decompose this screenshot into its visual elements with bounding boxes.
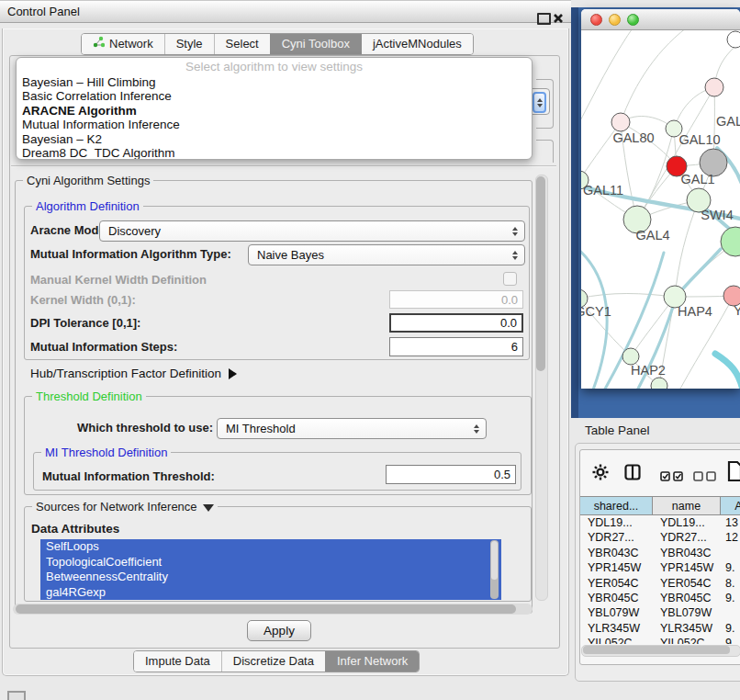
tab-style[interactable]: Style (164, 34, 214, 54)
table-cell[interactable]: YDR27... (653, 530, 721, 545)
tab-network[interactable]: Network (82, 34, 164, 54)
table-cell[interactable]: YBR045C (580, 591, 653, 605)
column-header-a[interactable]: A (721, 496, 740, 515)
network-window-titlebar[interactable] (581, 9, 740, 30)
float-window-icon[interactable] (537, 13, 551, 25)
table-cell[interactable]: YIL052C (580, 636, 653, 644)
network-node[interactable] (705, 78, 723, 96)
table-cell[interactable]: YBL079W (653, 605, 721, 620)
settings-hscrollbar-thumb[interactable] (16, 604, 516, 614)
table-cell[interactable]: YDL19... (580, 515, 653, 530)
tab-label: Network (109, 34, 153, 54)
data-attributes-list[interactable]: SelfLoopsTopologicalCoefficientBetweenne… (40, 539, 501, 600)
attributes-scrollbar-thumb[interactable] (491, 541, 498, 580)
table-cell[interactable]: YPR145W (653, 560, 721, 575)
aracne-mode-select[interactable]: Discovery (99, 220, 525, 242)
table-cell[interactable]: 12 (721, 530, 740, 545)
table-cell[interactable]: YLR345W (580, 621, 653, 636)
which-threshold-select[interactable]: MI Threshold (217, 418, 487, 439)
attribute-item-betweennesscentrality[interactable]: BetweennessCentrality (40, 570, 501, 585)
attribute-item-selfloops[interactable]: SelfLoops (40, 539, 501, 555)
table-row[interactable]: YBR045CYBR045C9. (580, 591, 740, 605)
split-columns-icon[interactable] (624, 464, 641, 484)
tab-label: jActiveMNodules (373, 34, 462, 54)
table-cell[interactable]: 9 (721, 636, 740, 644)
network-canvas[interactable]: GALGAL80GAL10GAL1GAL11SWI4GAL4GCY1HAP4YH… (581, 30, 740, 389)
algorithm-option-dream8-dc-tdc-algorithm[interactable]: Dream8 DC_TDC Algorithm (17, 146, 532, 160)
table-cell[interactable]: YDL19... (653, 515, 721, 530)
table-cell[interactable]: 9. (721, 591, 740, 605)
table-row[interactable]: YDR27...YDR27...12 (580, 530, 740, 545)
table-cell[interactable]: 13 (721, 515, 740, 530)
kernel-width-input[interactable] (389, 290, 523, 309)
algorithm-option-aracne-algorithm[interactable]: ARACNE Algorithm (17, 104, 532, 118)
zoom-traffic-light-icon[interactable] (627, 14, 639, 26)
mi-type-value: Naive Bayes (249, 248, 508, 262)
dock-window-icon[interactable] (7, 691, 26, 700)
dpi-tolerance-input[interactable] (389, 313, 523, 333)
network-icon (93, 34, 105, 54)
sources-group-title[interactable]: Sources for Network Inference (32, 500, 218, 514)
table-row[interactable]: YDL19...YDL19...13 (580, 515, 740, 530)
column-header-shared[interactable]: shared... (580, 496, 653, 515)
algorithm-option-basic-correlation-inference[interactable]: Basic Correlation Inference (17, 89, 532, 103)
minimize-traffic-light-icon[interactable] (609, 14, 621, 26)
tab-discretize-data[interactable]: Discretize Data (221, 651, 325, 672)
checked-checkboxes-icon[interactable] (660, 469, 684, 485)
tab-cyni-toolbox[interactable]: Cyni Toolbox (270, 34, 361, 54)
attribute-item-gal4rgexp[interactable]: gal4RGexp (40, 585, 501, 601)
table-cell[interactable]: 9. (721, 560, 740, 575)
table-cell[interactable] (721, 605, 740, 620)
table-row[interactable]: YIL052CYIL052C9 (580, 636, 740, 644)
table-cell[interactable]: YPR145W (580, 560, 653, 575)
network-node[interactable] (727, 31, 740, 48)
tab-impute-data[interactable]: Impute Data (134, 651, 221, 672)
table-cell[interactable]: YDR27... (580, 530, 653, 545)
table-cell[interactable]: 9. (721, 621, 740, 636)
table-hscrollbar-thumb[interactable] (583, 646, 730, 654)
table-cell[interactable]: YBL079W (580, 605, 653, 620)
network-node[interactable] (651, 378, 667, 389)
mi-steps-input[interactable] (389, 337, 523, 356)
network-node[interactable] (721, 227, 740, 256)
which-threshold-value: MI Threshold (218, 422, 469, 435)
algorithm-option-mutual-information-inference[interactable]: Mutual Information Inference (17, 118, 532, 131)
table-row[interactable]: YPR145WYPR145W9. (580, 560, 740, 575)
settings-vscrollbar-thumb[interactable] (536, 176, 545, 371)
table-row[interactable]: YBL079WYBL079W (580, 605, 740, 620)
gear-icon[interactable] (592, 464, 609, 484)
table-row[interactable]: YLR345WYLR345W9. (580, 621, 740, 636)
table-cell[interactable]: YER054C (580, 576, 653, 591)
table-cell[interactable]: YBR043C (580, 546, 653, 560)
table-cell[interactable]: 8. (721, 576, 740, 591)
table-cell[interactable] (721, 546, 740, 560)
close-icon[interactable] (553, 11, 564, 22)
node-label: GAL80 (612, 130, 654, 145)
mi-threshold-label: Mutual Information Threshold: (42, 469, 215, 483)
table-cell[interactable]: YER054C (653, 576, 721, 591)
tab-jactivemnodules[interactable]: jActiveMNodules (361, 34, 473, 54)
tab-select[interactable]: Select (214, 34, 270, 54)
network-node[interactable] (611, 113, 630, 131)
manual-kernel-checkbox[interactable] (503, 272, 517, 286)
close-traffic-light-icon[interactable] (590, 14, 602, 26)
mi-threshold-input[interactable] (386, 465, 516, 484)
algorithm-option-bayesian-k2[interactable]: Bayesian – K2 (17, 132, 532, 146)
attribute-item-topologicalcoefficient[interactable]: TopologicalCoefficient (40, 555, 501, 570)
table-cell[interactable]: YLR345W (653, 621, 721, 636)
apply-button[interactable]: Apply (247, 620, 311, 641)
table-cell[interactable]: YIL052C (653, 636, 721, 644)
table-cell[interactable]: YBR045C (653, 591, 721, 605)
tab-infer-network[interactable]: Infer Network (325, 651, 419, 672)
node-label: HAP4 (678, 304, 712, 319)
table-row[interactable]: YER054CYER054C8. (580, 576, 740, 591)
mi-type-select[interactable]: Naive Bayes (248, 244, 525, 265)
hub-definition-toggle[interactable]: Hub/Transcription Factor Definition (30, 367, 237, 380)
tab-label: Style (176, 34, 203, 54)
column-header-name[interactable]: name (653, 496, 721, 515)
table-cell[interactable]: YBR043C (653, 546, 721, 560)
document-icon[interactable] (727, 460, 740, 486)
table-row[interactable]: YBR043CYBR043C (580, 546, 740, 560)
unchecked-checkboxes-icon[interactable] (693, 469, 717, 485)
algorithm-option-bayesian-hill-climbing[interactable]: Bayesian – Hill Climbing (17, 75, 532, 89)
